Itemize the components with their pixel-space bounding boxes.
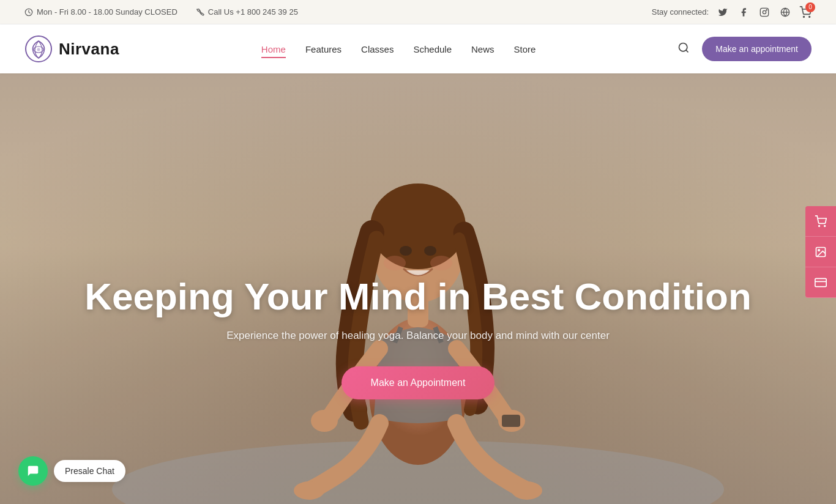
svg-point-3 — [766, 9, 767, 10]
logo-text: Nirvana — [59, 40, 119, 59]
hero-subtitle: Experience the power of healing yoga. Ba… — [84, 330, 752, 342]
header: Nirvana Home Features Classes Schedule N… — [0, 24, 836, 73]
twitter-icon[interactable] — [716, 6, 730, 19]
search-icon[interactable] — [677, 42, 690, 57]
cart-badge[interactable]: 0 — [799, 6, 812, 18]
svg-rect-34 — [815, 278, 826, 286]
chat-widget: Presale Chat — [18, 456, 125, 486]
side-cart-button[interactable] — [805, 206, 836, 237]
phone-info: Call Us +1 800 245 39 25 — [196, 7, 298, 17]
svg-point-10 — [37, 48, 40, 51]
svg-rect-1 — [760, 8, 768, 16]
side-image-button[interactable] — [805, 237, 836, 267]
side-buttons — [805, 206, 836, 298]
main-nav: Home Features Classes Schedule News Stor… — [261, 42, 536, 57]
nav-home[interactable]: Home — [261, 42, 286, 57]
phone-icon — [196, 8, 204, 17]
hero-title: Keeping Your Mind in Best Condition — [84, 276, 752, 317]
nav-store[interactable]: Store — [514, 42, 536, 57]
logo[interactable]: Nirvana — [24, 35, 119, 63]
svg-point-30 — [819, 225, 820, 226]
instagram-icon[interactable] — [758, 6, 771, 19]
facebook-icon[interactable] — [737, 6, 750, 19]
chat-icon — [26, 464, 40, 478]
top-bar: Mon - Fri 8.00 - 18.00 Sunday CLOSED Cal… — [0, 0, 836, 24]
svg-point-33 — [818, 249, 820, 251]
phone-text: Call Us +1 800 245 39 25 — [208, 7, 298, 17]
top-bar-left: Mon - Fri 8.00 - 18.00 Sunday CLOSED Cal… — [24, 7, 298, 17]
svg-point-31 — [824, 225, 826, 226]
svg-line-12 — [686, 50, 689, 52]
hero-content: Keeping Your Mind in Best Condition Expe… — [60, 276, 776, 399]
header-right: Make an appointment — [677, 37, 812, 61]
svg-point-6 — [804, 16, 805, 17]
appointment-button[interactable]: Make an appointment — [702, 37, 812, 61]
hours-text: Mon - Fri 8.00 - 18.00 Sunday CLOSED — [37, 7, 177, 17]
side-wallet-button[interactable] — [805, 267, 836, 298]
nav-classes[interactable]: Classes — [361, 42, 394, 57]
logo-icon — [24, 35, 53, 63]
clock-icon — [24, 8, 33, 17]
svg-point-7 — [809, 16, 810, 17]
stay-connected-label: Stay connected: — [652, 7, 709, 17]
globe-icon[interactable] — [778, 6, 792, 19]
chat-bubble-button[interactable] — [18, 456, 48, 486]
chat-label[interactable]: Presale Chat — [54, 460, 125, 482]
svg-point-2 — [763, 10, 766, 13]
nav-schedule[interactable]: Schedule — [413, 42, 452, 57]
nav-news[interactable]: News — [471, 42, 495, 57]
top-bar-right: Stay connected: 0 — [652, 6, 812, 19]
nav-features[interactable]: Features — [305, 42, 341, 57]
hero-cta-button[interactable]: Make an Appointment — [341, 366, 495, 399]
svg-point-11 — [679, 43, 687, 51]
side-wallet-icon — [815, 276, 827, 289]
hours-info: Mon - Fri 8.00 - 18.00 Sunday CLOSED — [24, 7, 177, 17]
cart-count: 0 — [805, 2, 815, 12]
side-image-icon — [815, 246, 827, 258]
side-cart-icon — [815, 215, 827, 228]
hero-section: Keeping Your Mind in Best Condition Expe… — [0, 73, 836, 504]
